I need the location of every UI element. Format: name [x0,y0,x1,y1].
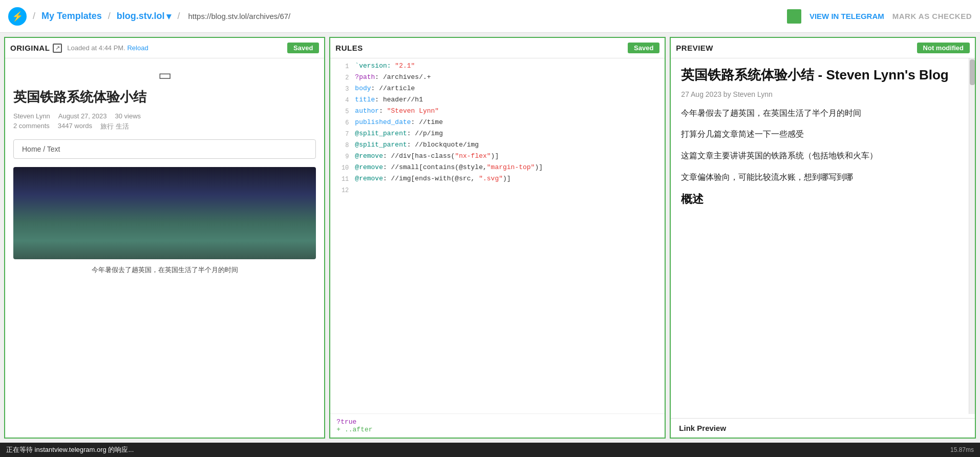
line-content-7: @split_parent: //p/img [355,130,661,137]
original-panel-title: ORIGINAL [10,44,50,52]
original-article: ▭ 英国铁路系统体验小结 Steven Lynn August 27, 2023… [5,58,324,283]
article-tags: 旅行 生活 [100,122,129,131]
preview-panel-header: PREVIEW Not modified [671,38,975,58]
code-line-9: 9 @remove: //div[has-class("nx-flex")] [330,152,665,163]
reload-link[interactable]: Reload [127,44,148,52]
preview-scrollbar-thumb[interactable] [970,59,975,85]
sep3: / [177,11,180,22]
article-words: 3447 words [58,122,92,131]
preview-not-modified-badge: Not modified [917,43,970,53]
article-date: August 27, 2023 [58,112,107,120]
link-preview-bar: Link Preview [671,418,975,438]
code-line-3: 3 body: //article [330,84,665,95]
article-meta-row2: 2 comments 3447 words 旅行 生活 [13,122,316,131]
statusbar: 正在等待 instantview.telegram.org 的响应... 15.… [0,443,980,457]
line-content-1: `version: "2.1" [355,62,661,70]
statusbar-right-text: 15.87ms [950,446,974,453]
preview-para-3: 这篇文章主要讲讲英国的铁路系统（包括地铁和火车） [681,149,963,162]
line-num-2: 2 [334,73,349,81]
preview-panel: PREVIEW Not modified 英国铁路系统体验小结 - Steven… [670,37,976,439]
code-line-5: 5 author: "Steven Lynn" [330,107,665,118]
rules-panel-title: RULES [335,44,363,52]
phone-icon: ▭ [13,67,316,84]
article-image-sim [13,167,316,259]
line-content-9: @remove: //div[has-class("nx-flex")] [355,152,661,160]
line-content-6: published_date: //time [355,118,661,126]
line-content-10: @remove: //small[contains(@style,"margin… [355,163,661,171]
mark-as-checked-button[interactable]: MARK AS CHECKED [892,12,972,20]
line-num-11: 11 [334,175,349,183]
blog-label: blog.stv.lol [117,11,165,22]
code-line-2: 2 ?path: /archives/.+ [330,73,665,84]
chevron-down-icon: ▾ [166,11,171,22]
sep2: / [108,11,111,22]
original-panel-header: ORIGINAL Loaded at 4:44 PM. Reload Saved [5,38,324,58]
preview-scrollbar[interactable] [969,58,975,414]
code-line-8: 8 @split_parent: //blockquote/img [330,140,665,152]
rules-saved-badge: Saved [628,43,659,53]
article-breadcrumb: Home / Text [13,139,316,159]
rules-panel: RULES Saved 1 `version: "2.1" 2 ?path: /… [329,37,666,439]
sep1: / [33,11,35,22]
line-num-5: 5 [334,107,349,115]
link-preview-label: Link Preview [679,424,726,432]
original-panel-content: ▭ 英国铁路系统体验小结 Steven Lynn August 27, 2023… [5,58,324,438]
code-line-4: 4 title: header//h1 [330,95,665,107]
code-line-1: 1 `version: "2.1" [330,61,665,73]
code-line-11: 11 @remove: //img[ends-with(@src, ".svg"… [330,174,665,185]
loaded-info: Loaded at 4:44 PM. Reload [67,44,148,52]
footer-true-line: ?true [336,418,658,426]
line-num-1: 1 [334,62,349,70]
external-link-icon[interactable] [53,44,62,53]
article-title: 英国铁路系统体验小结 [13,89,316,106]
preview-para-4: 文章偏体验向，可能比较流水账，想到哪写到哪 [681,171,963,184]
code-line-6: 6 published_date: //time [330,118,665,129]
footer-after-line: + ..after [336,426,658,433]
original-saved-badge: Saved [287,43,319,53]
article-views: 30 views [115,112,141,120]
rules-panel-header: RULES Saved [330,38,665,58]
preview-content-area: 英国铁路系统体验小结 - Steven Lynn's Blog 27 Aug 2… [671,58,975,418]
preview-panel-title: PREVIEW [676,44,713,52]
line-num-4: 4 [334,96,349,104]
view-in-telegram-button[interactable]: VIEW IN TELEGRAM [809,12,884,20]
line-num-12: 12 [334,186,349,194]
topbar: ⚡ / My Templates / blog.stv.lol ▾ / http… [0,0,980,33]
my-templates-link[interactable]: My Templates [41,11,102,22]
line-content-2: ?path: /archives/.+ [355,73,661,81]
article-comments: 2 comments [13,122,50,131]
line-content-4: title: header//h1 [355,96,661,103]
code-line-7: 7 @split_parent: //p/img [330,129,665,140]
rules-editor[interactable]: 1 `version: "2.1" 2 ?path: /archives/.+ … [330,58,665,413]
preview-para-1: 今年暑假去了趟英国，在英国生活了半个月的时间 [681,107,963,120]
url-display: https://blog.stv.lol/archives/67/ [188,12,290,20]
line-content-3: body: //article [355,85,661,92]
preview-section-title: 概述 [681,192,963,207]
preview-date: 27 Aug 2023 by Steven Lynn [681,90,963,98]
line-num-9: 9 [334,152,349,160]
line-content-11: @remove: //img[ends-with(@src, ".svg")] [355,175,661,182]
code-line-12: 12 [330,185,665,197]
statusbar-left-text: 正在等待 instantview.telegram.org 的响应... [6,445,134,454]
line-num-6: 6 [334,118,349,127]
main-content: ORIGINAL Loaded at 4:44 PM. Reload Saved… [0,33,980,443]
green-status-indicator [787,9,801,24]
logo-icon: ⚡ [8,7,27,26]
code-line-10: 10 @remove: //small[contains(@style,"mar… [330,163,665,174]
line-content-5: author: "Steven Lynn" [355,107,661,115]
line-num-10: 10 [334,163,349,172]
article-meta-row1: Steven Lynn August 27, 2023 30 views [13,112,316,120]
preview-main-title: 英国铁路系统体验小结 - Steven Lynn's Blog [681,67,963,84]
line-content-8: @split_parent: //blockquote/img [355,141,661,149]
article-caption: 今年暑假去了趟英国，在英国生活了半个月的时间 [13,265,316,275]
line-num-8: 8 [334,141,349,149]
preview-para-2: 打算分几篇文章简述一下一些感受 [681,128,963,141]
article-image [13,167,316,259]
blog-link[interactable]: blog.stv.lol ▾ [117,11,172,22]
line-num-7: 7 [334,130,349,138]
topbar-right: VIEW IN TELEGRAM MARK AS CHECKED [787,9,972,24]
rules-footer: ?true + ..after [330,413,665,438]
original-panel: ORIGINAL Loaded at 4:44 PM. Reload Saved… [4,37,325,439]
article-author: Steven Lynn [13,112,50,120]
line-num-3: 3 [334,85,349,93]
